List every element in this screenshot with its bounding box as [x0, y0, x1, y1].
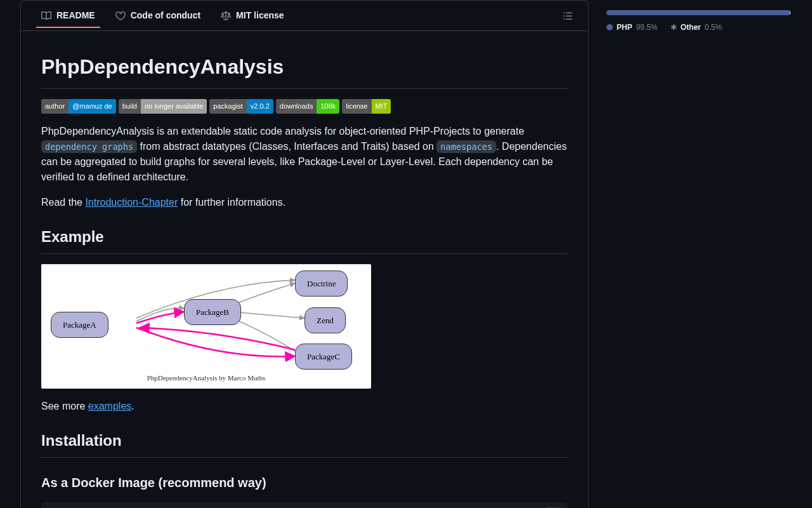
sidebar: PHP 99.5% ✱ Other 0.5% [604, 0, 802, 508]
book-icon [41, 11, 51, 21]
tab-license-label: MIT license [236, 9, 284, 22]
dot-icon [606, 24, 613, 30]
code-namespaces: namespaces [436, 140, 496, 153]
heading-docker: As a Docker Image (recommend way) [41, 473, 568, 492]
badge-downloads[interactable]: downloads108k [276, 99, 339, 114]
tab-coc-label: Code of conduct [131, 9, 200, 22]
readme-body: PhpDependencyAnalysis author@mamuz debui… [21, 31, 588, 508]
tab-readme-label: README [56, 9, 95, 22]
tab-code-of-conduct[interactable]: Code of conduct [105, 4, 211, 27]
asterisk-icon: ✱ [671, 22, 677, 33]
diagram-node-packageA: PackageA [51, 312, 108, 338]
diagram-node-doctrine: Doctrine [295, 271, 348, 297]
code-block-docker: docker pull mamuz/phpda [41, 502, 568, 509]
intro-paragraph: PhpDependencyAnalysis is an extendable s… [41, 124, 568, 185]
code-dependency-graphs: dependency graphs [41, 140, 137, 153]
outline-button[interactable] [558, 6, 578, 26]
language-php[interactable]: PHP 99.5% [606, 22, 658, 33]
read-intro-paragraph: Read the Introduction-Chapter for furthe… [41, 195, 568, 210]
badge-license[interactable]: licenseMIT [342, 99, 391, 114]
language-other[interactable]: ✱ Other 0.5% [671, 22, 722, 33]
tab-license[interactable]: MIT license [211, 4, 294, 27]
heading-example: Example [41, 225, 568, 254]
tab-bar: README Code of conduct MIT license [21, 1, 588, 31]
badge-author[interactable]: author@mamuz de [41, 99, 116, 114]
diagram-node-packageB: PackageB [184, 299, 241, 326]
readme-container: README Code of conduct MIT license PhpDe… [20, 0, 589, 508]
badge-packagist[interactable]: packagistv2.0.2 [209, 99, 273, 114]
list-icon [563, 11, 573, 21]
diagram-node-zend: Zend [304, 307, 346, 334]
introduction-chapter-link[interactable]: Introduction-Chapter [85, 197, 178, 208]
diagram-caption: PhpDependencyAnalysis by Marco Muths [41, 373, 371, 384]
language-bar [606, 10, 790, 15]
see-more-paragraph: See more examples. [41, 399, 568, 414]
page-title: PhpDependencyAnalysis [41, 51, 568, 89]
badges-row: author@mamuz debuildno longer availablep… [41, 99, 568, 114]
law-icon [221, 11, 231, 21]
diagram-node-packageC: PackageC [295, 344, 352, 370]
tab-readme[interactable]: README [31, 4, 105, 27]
example-diagram: PackageA PackageB Doctrine Zend PackageC… [41, 264, 371, 389]
badge-build[interactable]: buildno longer available [119, 99, 207, 114]
examples-link[interactable]: examples [88, 401, 131, 411]
heart-icon [115, 11, 126, 21]
language-list: PHP 99.5% ✱ Other 0.5% [604, 22, 802, 33]
heading-installation: Installation [41, 429, 568, 458]
